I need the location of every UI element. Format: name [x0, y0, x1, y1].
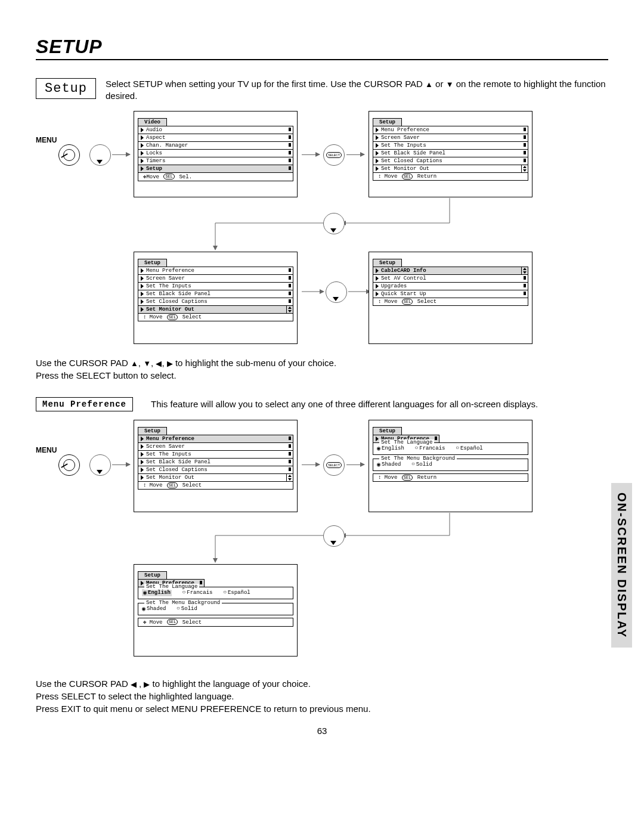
menu-preference-label: Menu Preference	[36, 397, 133, 411]
right-arrow-icon: ▶	[167, 358, 173, 367]
up-arrow-icon: ▲	[131, 358, 138, 367]
intro-text: Select SETUP when setting your TV up for…	[106, 78, 608, 103]
osd-tab: Setup	[138, 259, 167, 267]
svg-marker-5	[213, 558, 218, 563]
indicator-icon	[524, 284, 526, 287]
indicator-icon	[141, 284, 144, 289]
indicator-icon	[200, 581, 202, 584]
osd-item-label: Screen Saver	[146, 275, 185, 281]
language-fieldset: Set The Language English Francais Españo…	[138, 587, 293, 599]
t: Press the SELECT button to select.	[36, 370, 177, 380]
flow-connector	[36, 419, 572, 669]
scroll-icon	[521, 267, 528, 274]
radio-espanol: Español	[223, 589, 250, 596]
t: Press SELECT to select the highlighted l…	[36, 691, 234, 701]
indicator-icon	[289, 276, 291, 280]
sel-pill-icon: SEL	[167, 619, 178, 625]
osd-tab: Setup	[138, 571, 167, 579]
indicator-icon	[141, 292, 144, 296]
indicator-icon	[289, 268, 291, 272]
osd-item-label: Set The Inputs	[146, 283, 191, 289]
section-tab: ON-SCREEN DISPLAY	[611, 483, 632, 648]
background-fieldset: Set The Menu Background Shaded Solid	[138, 603, 293, 615]
osd-item: Upgrades	[373, 283, 528, 290]
indicator-icon	[289, 299, 291, 303]
fieldset-legend: Set The Language	[144, 584, 199, 590]
t: to highlight the language of your choice…	[150, 679, 310, 689]
osd-item: Screen Saver	[138, 275, 293, 283]
osd-foot-label: Move	[150, 620, 163, 625]
setup-box-label: Setup	[36, 78, 96, 99]
osd-menu-preference-lang: Setup Menu Preference Set The Language E…	[134, 564, 298, 657]
osd-foot-label: Select	[182, 620, 202, 625]
indicator-icon	[524, 292, 526, 295]
sel-pill-icon: SEL	[167, 314, 178, 320]
cursor-pad-icon	[323, 525, 345, 547]
t: to highlight the sub-menu of your choice…	[173, 358, 336, 368]
right-arrow-icon: ▶	[144, 680, 150, 689]
end-text: Use the CURSOR PAD ◀ , ▶ to highlight th…	[36, 677, 608, 715]
indicator-icon	[376, 276, 379, 281]
svg-marker-1	[213, 246, 218, 250]
radio-shaded: Shaded	[142, 605, 166, 612]
scroll-icon	[286, 306, 293, 313]
osd-item-label: Set AV Control	[381, 275, 426, 281]
osd-item: CableCARD Info	[373, 267, 528, 275]
menu-preference-text: This feature will allow you to select an…	[151, 398, 608, 410]
indicator-icon	[141, 307, 144, 312]
indicator-icon	[524, 276, 526, 280]
left-arrow-icon: ◀	[156, 358, 162, 367]
svg-marker-2	[320, 289, 324, 294]
down-arrow-icon: ▼	[143, 358, 151, 367]
indicator-icon	[141, 276, 144, 281]
osd-item: Set AV Control	[373, 275, 528, 283]
osd-item: Quick Start Up	[373, 290, 528, 298]
osd-footer: ↕ Move SEL Select	[138, 314, 293, 321]
fieldset-legend: Set The Menu Background	[144, 600, 222, 606]
radio-francais: Francais	[182, 589, 212, 596]
page-title: SETUP	[36, 36, 608, 60]
indicator-icon	[376, 284, 379, 289]
osd-item: Menu Preference	[138, 267, 293, 275]
osd-footer: ✥ Move SEL Select	[138, 618, 293, 627]
osd-item-label: Menu Preference	[146, 268, 194, 274]
osd-item-label: Set Black Side Panel	[146, 291, 210, 297]
t: ,	[138, 358, 143, 368]
diagram-1: MENU Video Audio Aspect Chan. Manager Lo…	[36, 110, 608, 348]
page-number: 63	[36, 726, 608, 736]
t: Use the CURSOR PAD	[36, 358, 131, 368]
osd-foot-label: Select	[182, 314, 202, 320]
indicator-icon	[376, 292, 379, 296]
radio-solid: Solid	[177, 605, 197, 612]
indicator-icon	[141, 299, 144, 304]
intro-t1: Select SETUP when setting your TV up for…	[106, 79, 425, 89]
osd-item-label: Set Monitor Out	[146, 306, 194, 312]
cursor-pad-icon	[323, 213, 345, 234]
t: Use the CURSOR PAD	[36, 679, 131, 689]
indicator-icon	[141, 268, 144, 273]
osd-item-label: Upgrades	[381, 283, 407, 289]
left-arrow-icon: ◀	[131, 680, 137, 689]
t: Press EXIT to quit menu or select MENU P…	[36, 704, 371, 714]
osd-foot-label: Move	[385, 299, 398, 305]
osd-item-label: Set Closed Captions	[146, 299, 208, 305]
down-arrow-icon: ▼	[446, 80, 454, 89]
t: ,	[162, 358, 166, 368]
cursor-pad-icon	[326, 281, 347, 303]
osd-foot-label: Move	[150, 314, 163, 320]
osd-item: Set Black Side Panel	[138, 290, 293, 298]
osd-item: Set Closed Captions	[138, 298, 293, 306]
osd-setup-scrolled: Setup Menu Preference Screen Saver Set T…	[134, 252, 298, 344]
indicator-icon	[289, 284, 291, 287]
osd-tab: Setup	[373, 259, 402, 267]
osd-item: Set The Inputs	[138, 283, 293, 290]
osd-foot-label: Select	[417, 299, 436, 305]
mid-text: Use the CURSOR PAD ▲, ▼, ◀, ▶ to highlig…	[36, 357, 608, 382]
osd-setup-page2: Setup CableCARD Info Set AV Control Upgr…	[369, 252, 532, 344]
osd-item-label: Quick Start Up	[381, 291, 426, 297]
indicator-icon	[289, 292, 291, 295]
intro-or: or	[433, 79, 446, 89]
osd-item-label: CableCARD Info	[381, 268, 426, 274]
sel-pill-icon: SEL	[402, 299, 413, 305]
osd-item: Set Monitor Out	[138, 306, 293, 314]
